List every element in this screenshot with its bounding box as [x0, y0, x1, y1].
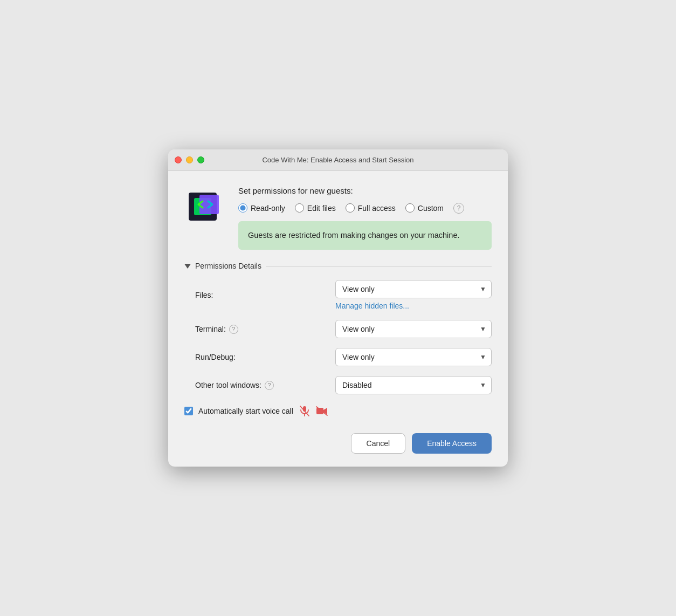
content-area: Set permissions for new guests: Read-onl… [168, 171, 508, 467]
title-bar: Code With Me: Enable Access and Start Se… [168, 149, 508, 171]
close-button[interactable] [175, 156, 182, 163]
other-tool-windows-help-icon[interactable]: ? [265, 381, 274, 390]
enable-access-button[interactable]: Enable Access [412, 433, 492, 454]
files-select-wrapper: View only Edit Full access Disabled ▼ [335, 280, 492, 298]
terminal-help-icon[interactable]: ? [229, 325, 238, 334]
files-cell: View only Edit Full access Disabled ▼ Ma… [335, 280, 492, 310]
mute-mic-icon[interactable] [299, 405, 311, 417]
voice-call-checkbox[interactable] [184, 407, 193, 415]
details-divider [266, 266, 492, 266]
maximize-button[interactable] [197, 156, 204, 163]
terminal-select[interactable]: View only Edit Full access Disabled [335, 320, 492, 338]
footer-buttons: Cancel Enable Access [184, 431, 492, 454]
terminal-label: Terminal: ? [195, 325, 335, 334]
other-tool-windows-label: Other tool windows: ? [195, 381, 335, 390]
run-debug-select[interactable]: View only Edit Full access Disabled [335, 348, 492, 366]
traffic-lights [175, 156, 204, 163]
permissions-section: Set permissions for new guests: Read-onl… [238, 186, 492, 250]
svg-rect-2 [199, 195, 219, 214]
permission-help-icon[interactable]: ? [453, 203, 464, 214]
radio-read-only-input[interactable] [238, 203, 247, 213]
radio-custom-input[interactable] [405, 203, 415, 213]
terminal-select-wrapper: View only Edit Full access Disabled ▼ [335, 320, 492, 338]
collapse-triangle-icon[interactable] [184, 264, 191, 269]
run-debug-select-wrapper: View only Edit Full access Disabled ▼ [335, 348, 492, 366]
header-row: Set permissions for new guests: Read-onl… [184, 186, 492, 250]
radio-group: Read-only Edit files Full access Custom [238, 203, 492, 214]
other-tool-windows-select[interactable]: Disabled View only Edit Full access [335, 376, 492, 394]
run-debug-label: Run/Debug: [195, 353, 335, 361]
radio-custom[interactable]: Custom [405, 203, 444, 213]
main-window: Code With Me: Enable Access and Start Se… [168, 149, 508, 467]
mute-cam-icon[interactable] [316, 405, 328, 417]
permissions-details-title: Permissions Details [195, 262, 261, 270]
permissions-label: Set permissions for new guests: [238, 186, 492, 195]
radio-full-access-input[interactable] [346, 203, 355, 213]
manage-hidden-files-link[interactable]: Manage hidden files... [335, 302, 492, 310]
voice-call-row: Automatically start voice call [184, 405, 492, 417]
window-title: Code With Me: Enable Access and Start Se… [262, 156, 413, 164]
files-select[interactable]: View only Edit Full access Disabled [335, 280, 492, 298]
app-icon [184, 186, 227, 229]
radio-full-access-label: Full access [358, 204, 396, 213]
radio-edit-files[interactable]: Edit files [295, 203, 336, 213]
radio-edit-files-input[interactable] [295, 203, 304, 213]
minimize-button[interactable] [186, 156, 193, 163]
details-grid: Files: View only Edit Full access Disabl… [195, 280, 492, 394]
other-tool-windows-select-wrapper: Disabled View only Edit Full access ▼ [335, 376, 492, 394]
permissions-details-header: Permissions Details [184, 262, 492, 270]
cancel-button[interactable]: Cancel [351, 433, 406, 454]
files-label: Files: [195, 291, 335, 299]
info-box-text: Guests are restricted from making change… [248, 231, 459, 239]
info-box: Guests are restricted from making change… [238, 221, 492, 250]
voice-call-label: Automatically start voice call [198, 407, 293, 415]
radio-full-access[interactable]: Full access [346, 203, 396, 213]
radio-custom-label: Custom [418, 204, 444, 213]
radio-edit-files-label: Edit files [307, 204, 336, 213]
radio-read-only[interactable]: Read-only [238, 203, 285, 213]
radio-read-only-label: Read-only [251, 204, 285, 213]
